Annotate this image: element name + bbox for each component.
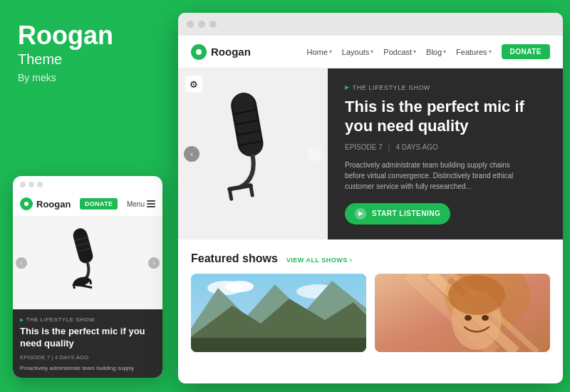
- mobile-content: THE LIFESTYLE SHOW This is the perfect m…: [13, 309, 162, 378]
- browser-window: Roogan Home ▾ Layouts ▾ Podcast ▾ Blog ▾…: [178, 13, 563, 383]
- svg-line-7: [90, 279, 91, 284]
- mobile-menu-button[interactable]: Menu: [127, 200, 155, 208]
- site-nav: Roogan Home ▾ Layouts ▾ Podcast ▾ Blog ▾…: [178, 36, 563, 68]
- mobile-logo: Roogan: [20, 197, 71, 210]
- svg-line-14: [229, 185, 251, 189]
- left-panel: Roogan Theme By meks Roogan DONATE Menu: [0, 0, 175, 392]
- nav-features[interactable]: Features ▾: [456, 48, 491, 56]
- svg-point-19: [225, 281, 254, 292]
- dot-3: [37, 182, 43, 187]
- nav-blog[interactable]: Blog ▾: [426, 48, 446, 56]
- mobile-headline: This is the perfect mic if you need qual…: [20, 326, 155, 350]
- nav-layouts[interactable]: Layouts ▾: [342, 48, 374, 56]
- play-icon: ▶: [355, 208, 366, 220]
- featured-card-2[interactable]: [375, 274, 550, 352]
- mobile-show-label: THE LIFESTYLE SHOW: [20, 316, 155, 323]
- hero-image-container: ⚙ ‹ ›: [178, 68, 328, 239]
- mobile-nav: Roogan DONATE Menu: [13, 193, 162, 217]
- mountain-svg: [191, 274, 366, 352]
- mobile-next-arrow[interactable]: ›: [148, 257, 160, 269]
- start-listening-button[interactable]: ▶ START LISTENING: [345, 203, 450, 225]
- mobile-excerpt: Proactively administrate team building s…: [20, 364, 155, 372]
- dot-1: [20, 182, 26, 187]
- site-logo: Roogan: [191, 44, 251, 60]
- svg-point-31: [465, 315, 472, 321]
- mobile-card-dots: [13, 176, 162, 193]
- brand-subtitle: Theme: [18, 51, 157, 68]
- browser-dot-2: [198, 21, 205, 28]
- featured-header: Featured shows VIEW ALL SHOWS ›: [191, 252, 550, 265]
- svg-line-15: [229, 189, 231, 199]
- hero-episode: EPISODE 7: [345, 143, 383, 151]
- featured-title: Featured shows: [191, 252, 278, 265]
- hero-show-label: THE LIFESTYLE SHOW: [345, 84, 546, 91]
- mobile-logo-icon: [20, 197, 33, 210]
- hero-excerpt: Proactively administrate team building s…: [345, 160, 523, 192]
- person-svg: [375, 274, 550, 352]
- brand-title: Roogan: [18, 21, 157, 50]
- mobile-hero-image: ‹ ›: [13, 217, 162, 309]
- hero-time-ago: 4 DAYS AGO: [395, 143, 437, 151]
- view-all-link[interactable]: VIEW ALL SHOWS ›: [286, 257, 353, 264]
- donate-button[interactable]: DONATE: [502, 44, 550, 59]
- featured-grid: [191, 274, 550, 352]
- svg-line-16: [251, 185, 252, 195]
- hero-meta: EPISODE 7 | 4 DAYS AGO: [345, 143, 546, 151]
- hero-prev-button[interactable]: ‹: [184, 146, 200, 162]
- settings-icon-button[interactable]: ⚙: [185, 76, 202, 93]
- featured-section: Featured shows VIEW ALL SHOWS ›: [178, 239, 563, 352]
- mobile-hero-arrows: ‹ ›: [13, 257, 162, 269]
- mobile-preview-card: Roogan DONATE Menu: [13, 176, 162, 378]
- mobile-prev-arrow[interactable]: ‹: [16, 257, 27, 269]
- browser-dot-1: [187, 21, 194, 28]
- mobile-meta: EPISODE 7 | 4 DAYS AGO: [20, 354, 155, 361]
- svg-point-32: [482, 315, 489, 321]
- brand-author: By meks: [18, 72, 157, 83]
- svg-line-6: [73, 284, 75, 289]
- dot-2: [28, 182, 34, 187]
- hero-separator: |: [388, 143, 390, 151]
- nav-podcast[interactable]: Podcast ▾: [383, 48, 416, 56]
- hero-section: ⚙ ‹ › THE LIFESTYLE SHOW This is the per…: [178, 68, 563, 239]
- hamburger-icon: [147, 200, 155, 207]
- browser-topbar: [178, 13, 563, 36]
- settings-icon: ⚙: [190, 79, 198, 90]
- site-nav-links: Home ▾ Layouts ▾ Podcast ▾ Blog ▾ Featur…: [306, 44, 550, 59]
- svg-point-30: [448, 275, 505, 315]
- site-logo-icon: [191, 44, 207, 60]
- featured-card-1[interactable]: [191, 274, 366, 352]
- mobile-donate-button[interactable]: DONATE: [80, 198, 118, 210]
- svg-rect-23: [191, 338, 366, 352]
- hero-content: THE LIFESTYLE SHOW This is the perfect m…: [328, 68, 563, 239]
- nav-home[interactable]: Home ▾: [306, 48, 331, 56]
- browser-dot-3: [209, 21, 217, 28]
- hero-title: This is the perfect mic if you need qual…: [345, 97, 546, 136]
- hero-next-button[interactable]: ›: [306, 146, 322, 162]
- hero-mic-svg: [199, 80, 308, 235]
